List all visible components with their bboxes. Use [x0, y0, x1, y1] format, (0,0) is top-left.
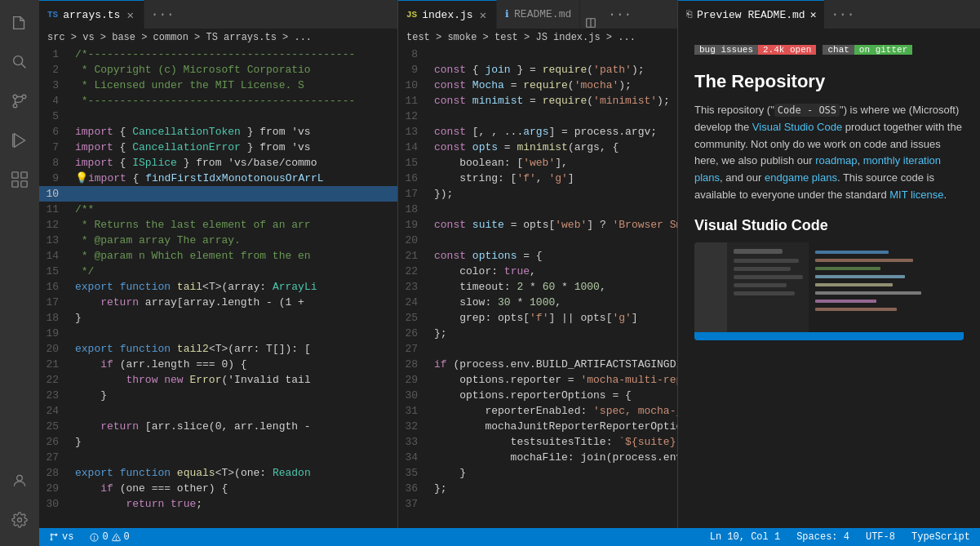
svg-point-39: [94, 538, 95, 539]
code-line: 25 grep: opts['f'] || opts['g']: [398, 310, 677, 326]
code-line: 14const opts = minimist(args, {: [398, 140, 677, 155]
editors-container: TS arrays.ts ✕ ··· src > vs > base > com…: [39, 0, 980, 528]
preview-h2: Visual Studio Code: [694, 217, 964, 234]
run-icon[interactable]: [0, 121, 39, 160]
link-roadmap[interactable]: roadmap: [815, 154, 857, 166]
left-breadcrumb: src > vs > base > common > TS arrays.ts …: [39, 29, 397, 47]
info-icon: ℹ: [505, 8, 509, 20]
split-editor-button[interactable]: [580, 17, 601, 29]
code-line: 23 timeout: 2 * 60 * 1000,: [398, 279, 677, 295]
tab-index-js[interactable]: JS index.js ✕: [398, 0, 497, 29]
tab-label-index-js: index.js: [422, 9, 472, 21]
tab-arrays-ts[interactable]: TS arrays.ts ✕: [39, 0, 144, 29]
screenshot-svg: [694, 242, 964, 340]
code-line: 16 string: ['f', 'g']: [398, 171, 677, 186]
badge-value-chat: on gitter: [854, 45, 912, 55]
split-icon: [585, 17, 596, 29]
center-tab-more[interactable]: ···: [601, 7, 638, 22]
files-icon[interactable]: [0, 3, 39, 42]
left-code-area[interactable]: 1/*-------------------------------------…: [39, 47, 397, 528]
status-spaces[interactable]: Spaces: 4: [793, 531, 853, 543]
source-control-icon[interactable]: [0, 82, 39, 121]
svg-point-2: [13, 95, 17, 99]
code-inline: Code - OSS: [774, 104, 840, 117]
svg-rect-32: [815, 308, 897, 311]
code-line: 3 * Licensed under the MIT License. S: [39, 78, 397, 93]
status-branch[interactable]: vs: [46, 531, 77, 543]
left-editor-pane: TS arrays.ts ✕ ··· src > vs > base > com…: [39, 0, 398, 528]
center-code-area[interactable]: 8 9const { join } = require('path'); 10c…: [398, 47, 677, 528]
svg-rect-31: [815, 300, 876, 303]
code-line: 30 return true;: [39, 496, 397, 512]
link-mit[interactable]: MIT license: [889, 189, 943, 201]
status-errors[interactable]: 0 0: [86, 531, 132, 543]
account-icon[interactable]: [0, 461, 39, 500]
code-line: 23 }: [39, 388, 397, 403]
code-line: 36};: [398, 481, 677, 496]
tab-label-arrays-ts: arrays.ts: [63, 9, 120, 21]
svg-rect-9: [12, 181, 18, 187]
branch-icon: [49, 532, 59, 542]
settings-icon[interactable]: [0, 500, 39, 539]
search-icon[interactable]: [0, 42, 39, 82]
svg-rect-27: [815, 267, 880, 270]
code-line: 10const Mocha = require('mocha');: [398, 78, 677, 93]
svg-point-36: [51, 539, 52, 540]
code-line: 25 return [arr.slice(0, arr.length -: [39, 419, 397, 434]
code-line: 6import { CancellationToken } from 'vs: [39, 124, 397, 140]
svg-point-11: [17, 475, 23, 481]
code-line: 9const { join } = require('path');: [398, 62, 677, 78]
close-index-js[interactable]: ✕: [478, 7, 488, 24]
vscode-screenshot: [694, 242, 964, 340]
ts-lang-icon: TS: [47, 10, 58, 20]
code-line: 26}: [39, 434, 397, 450]
close-preview[interactable]: ✕: [810, 8, 817, 21]
svg-rect-20: [734, 259, 799, 263]
svg-rect-23: [734, 283, 787, 287]
tab-preview-readme[interactable]: ⎗ Preview README.md ✕: [678, 0, 824, 29]
gitter-badge: chat on gitter: [823, 42, 912, 58]
cursor-position: Ln 10, Col 1: [710, 531, 780, 543]
code-line: 4 *-------------------------------------…: [39, 93, 397, 109]
badge-label-bug: bug issues: [694, 45, 758, 55]
svg-rect-33: [694, 332, 964, 340]
code-line: 24 slow: 30 * 1000,: [398, 295, 677, 310]
js-lang-icon: JS: [406, 10, 417, 20]
code-line: 30 options.reporterOptions = {: [398, 388, 677, 403]
code-line: 19const suite = opts['web'] ? 'Browser S…: [398, 217, 677, 233]
close-arrays-ts[interactable]: ✕: [125, 7, 135, 24]
code-line: 8: [398, 47, 677, 62]
language-mode: TypeScript: [911, 531, 970, 543]
code-line: 2 * Copyright (c) Microsoft Corporatio: [39, 62, 397, 78]
left-tab-more[interactable]: ···: [144, 7, 181, 22]
status-position[interactable]: Ln 10, Col 1: [707, 531, 783, 543]
status-language[interactable]: TypeScript: [908, 531, 973, 543]
link-endgame[interactable]: endgame plans: [765, 171, 837, 184]
preview-tab-more[interactable]: ···: [824, 7, 861, 22]
code-line: 21const options = {: [398, 248, 677, 264]
tab-readme-md[interactable]: ℹ README.md: [497, 0, 580, 29]
code-line: 18: [398, 202, 677, 217]
code-line: 31 reporterEnabled: 'spec, mocha-j: [398, 403, 677, 419]
svg-point-34: [51, 534, 52, 535]
branch-name: vs: [62, 531, 73, 543]
code-line: 5: [39, 109, 397, 124]
tab-label-readme: README.md: [514, 8, 571, 20]
preview-content-area[interactable]: bug issues 2.4k open chat on gitter The …: [678, 29, 980, 528]
indentation: Spaces: 4: [796, 531, 849, 543]
code-line: 27: [39, 450, 397, 465]
code-line: 29 if (one === other) {: [39, 481, 397, 496]
code-line: 18}: [39, 310, 397, 326]
code-line: 24: [39, 403, 397, 419]
link-vscode[interactable]: Visual Studio Code: [752, 121, 842, 133]
status-encoding[interactable]: UTF-8: [862, 531, 898, 543]
preview-paragraph-1: This repository ("Code - OSS") is where …: [694, 102, 964, 204]
svg-point-0: [14, 56, 23, 65]
bug-issues-badge: bug issues 2.4k open: [694, 42, 816, 58]
extensions-icon[interactable]: [0, 160, 39, 199]
code-line: 15 */: [39, 264, 397, 279]
error-icon: [90, 533, 99, 542]
code-line: 37: [398, 496, 677, 512]
code-line: 27: [398, 341, 677, 357]
activity-bar: [0, 0, 39, 546]
